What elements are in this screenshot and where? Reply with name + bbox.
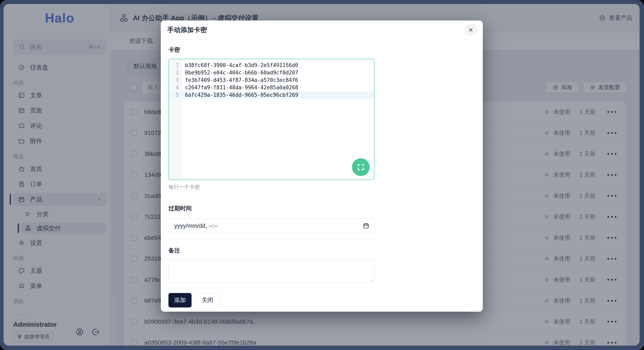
- line-number: 3: [169, 76, 182, 84]
- close-icon: [468, 27, 474, 33]
- close-button[interactable]: [464, 23, 477, 36]
- note-textarea[interactable]: [168, 259, 374, 283]
- editor-line[interactable]: 3fe3b7409-d453-4f87-834a-a570c3ec84f6: [169, 76, 374, 84]
- note-field-label: 备注: [168, 247, 180, 255]
- keys-help-text: 每行一个卡密: [168, 184, 200, 191]
- window-frame: Halo 搜索 ⌘+K 仪表盘内容文章页面评论附件商店首页订单产品分类虚拟交付设…: [0, 0, 644, 350]
- editor-line[interactable]: 20be9b952-e04c-404c-b66b-60ad9cf0d207: [169, 69, 374, 76]
- key-value: fe3b7409-d453-4f87-834a-a570c3ec84f6: [182, 76, 298, 84]
- expire-datetime-input[interactable]: yyyy/mm/dd, --:--: [168, 218, 374, 233]
- keys-code-editor[interactable]: 1b38fc68f-3900-4caf-b3d9-2e5f491156d020b…: [168, 59, 374, 180]
- fullscreen-button[interactable]: [352, 158, 370, 176]
- cancel-button[interactable]: 关闭: [195, 293, 220, 308]
- key-value: c2647fa9-f811-48da-9964-42e85a0a0268: [182, 84, 298, 91]
- editor-line[interactable]: 4c2647fa9-f811-48da-9964-42e85a0a0268: [169, 84, 374, 91]
- calendar-icon[interactable]: [362, 222, 370, 229]
- keys-field-label: 卡密: [168, 46, 180, 54]
- line-number: 2: [169, 69, 182, 76]
- key-value: 6afc429a-1835-46dd-9665-05ec96cbf269: [182, 91, 298, 99]
- add-keys-modal: 手动添加卡密 卡密 1b38fc68f-3900-4caf-b3d9-2e5f4…: [161, 20, 483, 312]
- line-number: 5: [169, 91, 182, 99]
- fullscreen-icon: [356, 163, 365, 172]
- line-number: 1: [169, 62, 182, 69]
- editor-line[interactable]: 56afc429a-1835-46dd-9665-05ec96cbf269: [169, 91, 374, 99]
- modal-title: 手动添加卡密: [167, 25, 207, 34]
- app-window: Halo 搜索 ⌘+K 仪表盘内容文章页面评论附件商店首页订单产品分类虚拟交付设…: [4, 4, 640, 346]
- key-value: 0be9b952-e04c-404c-b66b-60ad9cf0d207: [182, 69, 298, 76]
- key-value: b38fc68f-3900-4caf-b3d9-2e5f491156d0: [182, 62, 298, 69]
- expire-placeholder: yyyy/mm/dd, --:--: [174, 223, 218, 229]
- divider: [168, 197, 475, 197]
- editor-lines: 1b38fc68f-3900-4caf-b3d9-2e5f491156d020b…: [169, 59, 374, 99]
- modal-header: 手动添加卡密: [161, 20, 483, 39]
- expire-field-label: 过期时间: [168, 204, 192, 212]
- submit-button[interactable]: 添加: [168, 293, 192, 308]
- editor-line[interactable]: 1b38fc68f-3900-4caf-b3d9-2e5f491156d0: [169, 62, 374, 69]
- line-number: 4: [169, 84, 182, 91]
